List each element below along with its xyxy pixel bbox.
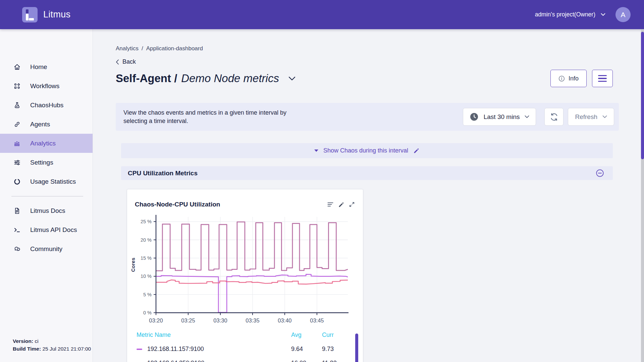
chart-title: Chaos-Node-CPU Utilization [135,201,220,208]
chevron-down-icon [602,115,607,118]
chevron-left-icon [116,59,119,65]
cpu-utilization-chart: 0 %5 %10 %15 %20 %25 %03:2003:2503:3003:… [129,212,363,330]
page-scrollbar-thumb[interactable] [641,32,644,159]
breadcrumb-separator: / [142,45,143,52]
svg-text:20 %: 20 % [141,237,152,243]
sidebar-item-analytics[interactable]: Analytics [0,134,93,153]
sidebar-item-label: ChaosHubs [30,102,63,109]
svg-text:5 %: 5 % [143,292,152,297]
info-button-label: Info [569,75,579,82]
edit-pencil-icon[interactable] [413,147,420,154]
build-time-label: Build Time: [13,346,41,352]
time-interval-bar: View the chaos events and metrics in a g… [116,103,619,131]
sidebar-item-litmus-api-docs[interactable]: Litmus API Docs [0,220,93,239]
sidebar-item-label: Settings [30,159,53,166]
dashboard-menu-button[interactable] [592,70,613,87]
metric-curr: 11.82 [322,360,351,362]
top-navbar: Litmus admin's project(Owner) A [0,0,644,29]
sidebar-item-chaoshubs[interactable]: ChaosHubs [0,96,93,115]
brand-title: Litmus [43,9,70,20]
section-title: CPU Utilization Metrics [128,170,198,177]
legend-row[interactable]: 192.168.64.250:9100 16.00 11.82 [137,360,351,362]
svg-text:25 %: 25 % [141,219,152,224]
sidebar-item-home[interactable]: Home [0,57,93,76]
chart-options-lines-icon[interactable] [327,201,334,207]
chart-legend: Metric Name Avg Curr 192.168.11.157:9100… [127,330,363,362]
sidebar-item-label: Community [30,245,62,253]
sidebar-item-workflows[interactable]: Workflows [0,76,93,96]
svg-text:03:20: 03:20 [149,317,163,323]
sidebar-item-label: Workflows [30,82,59,90]
sidebar-item-community[interactable]: Community [0,239,93,258]
breadcrumb-analytics[interactable]: Analytics [116,45,139,52]
version-info: Version: ci Build Time: 25 Jul 2021 21:0… [13,338,91,353]
collapse-section-button[interactable] [596,169,604,177]
chart-expand-icon[interactable] [349,201,355,207]
loader-circle-icon [13,178,21,186]
sidebar-item-label: Home [30,63,47,71]
time-range-select[interactable]: Last 30 mins [463,108,536,126]
cpu-metrics-section-header: CPU Utilization Metrics [121,166,613,180]
back-button[interactable]: Back [116,58,146,65]
main-content: Analytics / Application-dashboard Back S… [93,29,644,362]
flask-icon [13,101,21,109]
version-label: Version: [13,338,33,344]
sidebar-item-usage-statistics[interactable]: Usage Statistics [0,172,93,191]
legend-header-metric: Metric Name [137,331,291,339]
page-scrollbar[interactable] [641,29,644,362]
metric-name: 192.168.11.157:9100 [147,346,204,353]
project-selector[interactable]: admin's project(Owner) [535,11,605,18]
litmus-logo-icon [22,7,38,22]
page-title-dashboard: Demo Node metrics [181,72,279,85]
series-color-swatch [137,349,142,350]
sidebar-item-label: Litmus Docs [30,207,65,215]
document-icon [13,207,21,215]
analytics-icon [13,139,21,147]
build-time-value: 25 Jul 2021 21:07:00 [42,346,91,352]
home-icon [13,63,21,71]
svg-text:0 %: 0 % [143,310,152,315]
sidebar-item-label: Agents [30,121,50,128]
refresh-now-button[interactable] [544,108,564,126]
sliders-icon [13,159,21,167]
chart-edit-pencil-icon[interactable] [338,201,344,208]
breadcrumb: Analytics / Application-dashboard [116,45,619,52]
dashboard-switch-caret[interactable] [288,76,296,81]
chat-bubbles-icon [13,245,21,253]
sidebar-item-agents[interactable]: Agents [0,115,93,134]
hamburger-icon [598,75,607,76]
time-range-value: Last 30 mins [484,113,520,121]
chevron-down-icon [525,115,529,118]
page-title-agent: Self-Agent / [116,72,177,85]
svg-text:03:40: 03:40 [278,317,291,323]
back-label: Back [122,58,136,65]
legend-header-curr: Curr [322,331,351,339]
breadcrumb-application-dashboard[interactable]: Application-dashboard [146,45,203,52]
sidebar-item-litmus-docs[interactable]: Litmus Docs [0,201,93,220]
show-chaos-toggle[interactable]: Show Chaos during this interval [121,143,613,158]
sidebar: Home Workflows ChaosHubs Agents Analytic… [0,29,93,362]
legend-scrollbar[interactable] [355,334,358,362]
metric-curr: 9.73 [322,346,351,353]
svg-text:03:45: 03:45 [310,317,324,323]
svg-text:Cores: Cores [130,258,136,272]
legend-row[interactable]: 192.168.11.157:9100 9.64 9.73 [137,346,351,353]
refresh-interval-select[interactable]: Refresh [568,108,614,126]
link-icon [13,120,21,128]
sidebar-item-settings[interactable]: Settings [0,153,93,172]
version-value: ci [35,338,38,344]
svg-text:15 %: 15 % [141,255,152,261]
show-chaos-label: Show Chaos during this interval [323,147,408,154]
avatar[interactable]: A [615,7,631,22]
metric-avg: 16.00 [291,360,322,362]
svg-text:10 %: 10 % [141,274,152,279]
info-button[interactable]: Info [550,70,587,87]
chart-panel: Chaos-Node-CPU Utilization 0 %5 %10 %15 … [127,189,363,362]
metric-name: 192.168.64.250:9100 [147,360,204,362]
svg-text:03:35: 03:35 [246,317,259,323]
minus-circle-icon [596,169,604,177]
workflows-icon [13,82,21,90]
page-title: Self-Agent / Demo Node metrics [116,72,279,85]
svg-text:03:30: 03:30 [213,317,227,323]
interval-description: View the chaos events and metrics in a g… [123,109,301,125]
